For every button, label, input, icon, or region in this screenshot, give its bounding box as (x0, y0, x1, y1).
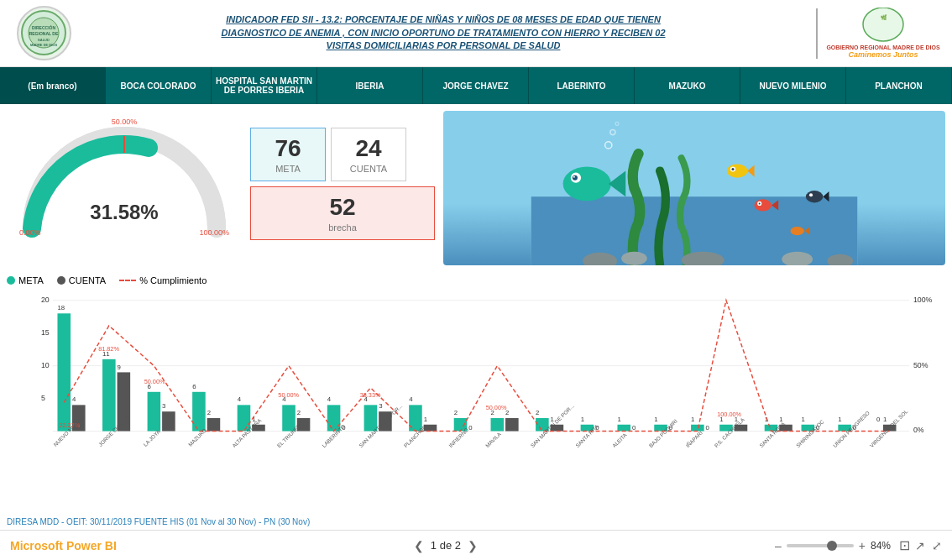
svg-text:50.00%: 50.00% (486, 404, 507, 411)
header: DIRECCIÓN REGIONAL DE SALUD MADRE DE DIO… (0, 0, 952, 67)
svg-text:5: 5 (41, 394, 45, 402)
gauge-label-0: 0.00% (19, 228, 41, 237)
svg-point-21 (731, 168, 734, 170)
svg-point-26 (806, 191, 823, 202)
title-text: INDICADOR FED SII - 13.2: PORCENTAJE DE … (86, 13, 801, 52)
svg-text:2: 2 (207, 409, 211, 416)
svg-text:SHIRINGAYOC: SHIRINGAYOC (795, 418, 825, 447)
meta-value: 76 (261, 135, 315, 162)
zoom-minus[interactable]: – (775, 539, 782, 552)
tab-em-branco[interactable]: (Em branco) (0, 67, 106, 104)
page-info: 1 de 2 (431, 539, 461, 552)
share-icon[interactable]: ↗ (915, 539, 925, 552)
divider (816, 8, 818, 59)
meta-label: META (261, 164, 315, 174)
tab-hospital[interactable]: HOSPITAL SAN MARTIN DE PORRES IBERIA (212, 67, 317, 104)
svg-text:0%: 0% (913, 426, 924, 434)
chart-legend: META CUENTA % Cumplimiento (0, 272, 952, 289)
svg-text:2: 2 (297, 409, 301, 416)
svg-point-28 (809, 193, 813, 196)
svg-text:MADRE DE DIOS: MADRE DE DIOS (29, 43, 57, 47)
fit-icon[interactable]: ⊡ (899, 537, 910, 553)
gauge-label-50: 50.00% (112, 118, 138, 126)
svg-text:1: 1 (424, 416, 427, 423)
zoom-plus[interactable]: + (859, 539, 866, 552)
svg-point-18 (727, 164, 748, 177)
svg-rect-52 (102, 359, 116, 432)
svg-point-22 (755, 199, 772, 211)
svg-text:20: 20 (41, 296, 50, 304)
zoom-slider[interactable] (787, 544, 854, 547)
svg-text:1: 1 (654, 416, 657, 423)
stat-meta: 76 META (250, 128, 326, 181)
stat-brecha: 52 brecha (250, 186, 435, 240)
svg-point-25 (759, 202, 761, 204)
svg-text:1: 1 (883, 416, 887, 423)
gauge-label-100: 100.00% (199, 228, 229, 237)
svg-text:100.00%: 100.00% (717, 411, 741, 418)
svg-text:ALEITA: ALEITA (611, 432, 629, 447)
tab-boca-colorado[interactable]: BOCA COLORADO (106, 67, 212, 104)
legend-meta-dot (7, 276, 15, 285)
logo-left-image: DIRECCIÓN REGIONAL DE SALUD MADRE DE DIO… (17, 6, 71, 60)
legend-cuenta-label: CUENTA (69, 275, 106, 285)
svg-point-17 (573, 176, 575, 178)
header-title: INDICADOR FED SII - 13.2: PORCENTAJE DE … (77, 13, 809, 52)
svg-text:4: 4 (72, 395, 76, 403)
svg-text:1: 1 (617, 416, 620, 423)
svg-text:4: 4 (409, 395, 413, 403)
bottom-bar: Microsoft Power BI ❮ 1 de 2 ❯ – + 84% ⊡ … (0, 530, 952, 560)
legend-cumplimiento: % Cumplimiento (119, 275, 207, 285)
bar-meta-0 (57, 313, 71, 431)
svg-text:50%: 50% (913, 361, 928, 369)
top-section: 0.00% 50.00% 100.00% 31.58% 76 META 24 C… (0, 104, 952, 272)
svg-text:1: 1 (838, 416, 841, 423)
svg-text:DIRECCIÓN: DIRECCIÓN (31, 24, 55, 30)
svg-text:50.00%: 50.00% (144, 378, 165, 385)
svg-text:4: 4 (238, 395, 242, 403)
logo-left: DIRECCIÓN REGIONAL DE SALUD MADRE DE DIO… (10, 6, 77, 60)
svg-rect-57 (148, 392, 161, 432)
tab-mazuko[interactable]: MAZUKO (635, 67, 740, 104)
svg-text:18: 18 (57, 304, 65, 311)
powerbi-link[interactable]: Microsoft Power BI (10, 539, 117, 552)
pagination: ❮ 1 de 2 ❯ (414, 539, 478, 552)
svg-text:0: 0 (876, 416, 881, 423)
svg-text:4: 4 (327, 395, 332, 403)
tab-iberia[interactable]: IBERIA (317, 67, 423, 104)
logo-right-brand: GOBIERNO REGIONAL MADRE DE DIOS (826, 44, 939, 50)
svg-text:15: 15 (41, 328, 50, 337)
svg-text:REGIONAL DE: REGIONAL DE (29, 31, 58, 36)
svg-text:3: 3 (162, 402, 165, 410)
svg-rect-91 (505, 418, 519, 432)
fullscreen-icon[interactable]: ⤢ (932, 539, 942, 552)
svg-rect-63 (207, 418, 221, 432)
zoom-controls: – + 84% ⊡ ↗ ⤢ (775, 537, 942, 553)
fish-illustration (443, 111, 945, 265)
svg-text:SALUD: SALUD (38, 38, 50, 42)
svg-rect-62 (192, 392, 206, 432)
logo-right-slogan: Caminemos Juntos (848, 50, 918, 59)
svg-text:IÑAPARI: IÑAPARI (684, 429, 704, 447)
pagination-prev[interactable]: ❮ (414, 539, 424, 552)
svg-text:1: 1 (581, 416, 584, 423)
stats-container: 76 META 24 CUENTA 52 brecha (250, 111, 435, 265)
tab-laberinto[interactable]: LABERINTO (529, 67, 635, 104)
svg-text:SANTA ROSA: SANTA ROSA (758, 421, 787, 447)
svg-rect-90 (491, 418, 505, 432)
svg-text:🌿: 🌿 (881, 14, 887, 21)
legend-cumplimiento-line (119, 280, 136, 281)
stats-row-top: 76 META 24 CUENTA (250, 128, 435, 181)
tab-nuevo-milenio[interactable]: NUEVO MILENIO (740, 67, 846, 104)
svg-text:3: 3 (379, 402, 382, 410)
svg-text:10: 10 (41, 361, 50, 369)
stat-cuenta: 24 CUENTA (331, 128, 406, 181)
svg-text:0: 0 (468, 424, 473, 432)
tab-jorge-chavez[interactable]: JORGE CHAVEZ (423, 67, 529, 104)
tab-planchon[interactable]: PLANCHON (846, 67, 952, 104)
zoom-level: 84% (871, 540, 891, 552)
nav-tabs: (Em branco) BOCA COLORADO HOSPITAL SAN M… (0, 67, 952, 104)
main-content: 0.00% 50.00% 100.00% 31.58% 76 META 24 C… (0, 104, 952, 530)
svg-rect-102 (617, 425, 630, 432)
pagination-next[interactable]: ❯ (468, 539, 478, 552)
